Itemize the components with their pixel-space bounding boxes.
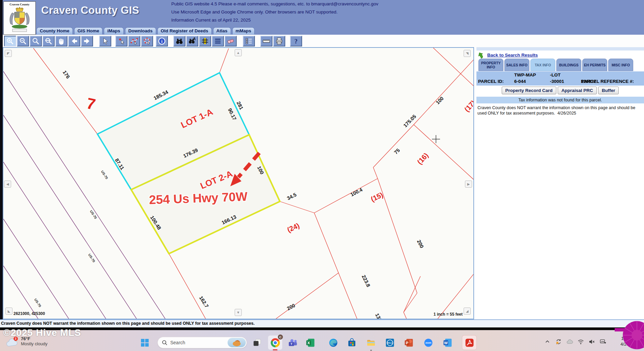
taskbar-explorer-button[interactable] <box>364 336 378 350</box>
tray-chevron-button[interactable] <box>543 338 551 346</box>
dell-icon: DELL <box>385 338 394 347</box>
toolbar-measure-button[interactable] <box>260 36 272 46</box>
chrome-profile-badge: C <box>278 334 283 340</box>
panel-tab-tax-info[interactable]: TAX INFO <box>530 59 555 71</box>
toolbar-zoom-in-button[interactable] <box>4 36 16 46</box>
tray-photos-button[interactable] <box>599 338 607 346</box>
tray-volume-button[interactable] <box>588 338 596 346</box>
buffer-button[interactable]: Buffer <box>598 87 619 94</box>
toolbar-zoom-out-button[interactable] <box>17 36 29 46</box>
map-coordinates-readout: 2621000, 425300 <box>13 311 45 316</box>
toolbar-select-point-button[interactable] <box>115 36 127 46</box>
panel-tab-misc-info[interactable]: MISC INFO <box>608 59 633 71</box>
appraisal-prc-button[interactable]: Appraisal PRC <box>558 87 597 94</box>
nav-tab-gis-home[interactable]: GIS Home <box>74 27 103 34</box>
map-pan-upleft-button[interactable]: ◤ <box>5 50 12 57</box>
hive-logo-circle <box>622 321 644 350</box>
panel-buttons: Property Record CardAppraisal PRCBuffer <box>476 87 644 94</box>
toolbar-select-polygon-button[interactable] <box>141 36 153 46</box>
toolbar-previous-extent-button[interactable] <box>68 36 80 46</box>
map-pan-right-button[interactable]: ▶ <box>465 181 472 188</box>
toolbar-list-button[interactable] <box>212 36 224 46</box>
select-polygon-icon <box>143 37 151 45</box>
taskbar-powerpoint-button[interactable]: P <box>402 336 416 350</box>
tray-sync-button[interactable] <box>554 338 562 346</box>
seal-title-text: Craven County <box>9 3 30 6</box>
hive-mls-watermark: ©2025 Hive MLS <box>3 327 81 338</box>
back-to-results[interactable]: Back to Search Results <box>478 51 538 59</box>
toolbar-layers-button[interactable] <box>243 36 255 46</box>
toolbar-identify-button[interactable]: i <box>156 36 168 46</box>
nav-tab-imaps[interactable]: iMaps <box>104 27 123 34</box>
nav-tab-atlas[interactable]: Atlas <box>213 27 231 34</box>
previous-extent-icon <box>70 37 78 45</box>
toolbar-highlight-button[interactable] <box>199 36 211 46</box>
panel-tab-property-info[interactable]: PROPERTY INFO <box>478 59 503 71</box>
toolbar-pan-button[interactable] <box>55 36 67 46</box>
taskbar-word-button[interactable]: W <box>440 336 455 350</box>
list-icon <box>214 37 222 45</box>
taskbar-acrobat-button[interactable] <box>462 336 476 350</box>
nav-tab-downloads[interactable]: Downloads <box>125 27 156 34</box>
panel-tabs: PROPERTY INFOSALES INFOTAX INFOBUILDINGS… <box>478 59 633 71</box>
search-highlight-image[interactable] <box>228 338 246 347</box>
panel-tab-buildings[interactable]: BUILDINGS <box>556 59 581 71</box>
panel-tab-sales-info[interactable]: SALES INFO <box>504 59 529 71</box>
taskbar-edge-button[interactable] <box>326 336 340 350</box>
map-pan-downright-button[interactable]: ◢ <box>464 308 471 315</box>
zoom-window-icon <box>32 37 40 45</box>
erase-icon <box>227 37 235 45</box>
map-pan-down-button[interactable]: ▼ <box>235 309 242 316</box>
taskbar-store-button[interactable] <box>345 336 359 350</box>
taskbar-search[interactable]: Search <box>157 337 247 348</box>
taskbar-excel-button[interactable]: X <box>303 336 317 350</box>
map-pan-downleft-button[interactable]: ◣ <box>5 308 12 315</box>
map-toolbar: iA? <box>3 35 644 47</box>
toolbar-zoom-window-button[interactable] <box>30 36 42 46</box>
map-viewport[interactable]: 176185.3428190.17176.3910087.11100.48166… <box>3 47 474 319</box>
taskbar-start-button[interactable] <box>138 336 152 350</box>
tray-onedrive-button[interactable] <box>565 338 574 346</box>
toolbar-search-label-button[interactable]: A <box>186 36 198 46</box>
corner-downleft-icon: ◣ <box>8 309 10 313</box>
nav-tab-old-register-of-deeds[interactable]: Old Register of Deeds <box>157 27 212 34</box>
search-icon <box>175 37 183 45</box>
search-label-icon: A <box>188 37 196 45</box>
nav-tabs: County HomeGIS HomeiMapsDownloadsOld Reg… <box>36 27 255 34</box>
taskbar-teams-button[interactable]: T <box>286 336 300 350</box>
panel-tab-eh-permits[interactable]: EH PERMITS <box>582 59 607 71</box>
taskbar-taskview-button[interactable] <box>250 336 264 350</box>
parcel-id-label: PARCEL ID: <box>478 79 504 84</box>
property-record-card-button[interactable]: Property Record Card <box>502 87 556 94</box>
arrow-right-icon: ▶ <box>467 182 470 186</box>
svg-text:zoom: zoom <box>425 342 431 344</box>
crosshair-cursor <box>432 135 440 143</box>
excel-icon: X <box>306 338 315 347</box>
nav-tab-mmaps[interactable]: mMaps <box>232 27 255 34</box>
toolbar-help-button[interactable]: ? <box>290 36 302 46</box>
taskbar-dell-button[interactable]: DELL <box>383 336 397 350</box>
map-pan-upright-button[interactable]: ◥ <box>464 50 471 57</box>
photos-heart-icon <box>599 338 607 345</box>
panel-top-band <box>476 47 644 51</box>
toolbar-print-button[interactable] <box>273 36 285 46</box>
map-pan-left-button[interactable]: ◀ <box>4 181 11 188</box>
toolbar-zoom-scale-button[interactable] <box>42 36 55 46</box>
corner-upright-icon: ◥ <box>466 52 469 55</box>
sync-icon <box>555 338 562 345</box>
search-placeholder: Search <box>170 340 228 345</box>
toolbar-search-button[interactable] <box>173 36 185 46</box>
taskbar-zoom-button[interactable]: zoom <box>421 336 435 350</box>
next-extent-icon <box>83 37 91 45</box>
teams-icon: T <box>288 338 297 347</box>
map-scale-readout: 1 inch = 55 feet <box>434 312 463 317</box>
tray-wifi-button[interactable] <box>577 338 585 346</box>
nav-tab-county-home[interactable]: County Home <box>36 27 73 34</box>
toolbar-select-line-button[interactable] <box>128 36 140 46</box>
back-link[interactable]: Back to Search Results <box>487 53 538 58</box>
map-pan-up-button[interactable]: ▲ <box>235 49 242 56</box>
toolbar-erase-button[interactable] <box>225 36 237 46</box>
taskbar-chrome-button[interactable]: C <box>268 336 282 350</box>
toolbar-pointer-button[interactable] <box>99 36 111 46</box>
toolbar-next-extent-button[interactable] <box>81 36 93 46</box>
